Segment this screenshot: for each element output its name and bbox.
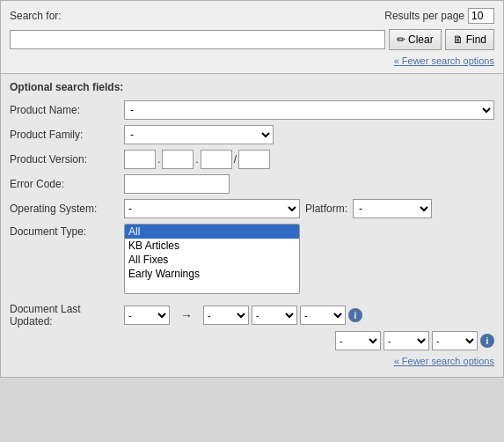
date-row2-2-select[interactable]: - bbox=[383, 331, 429, 350]
pencil-icon: ✏ bbox=[397, 33, 405, 46]
second-date-row: - - - i bbox=[10, 331, 494, 350]
product-name-label: Product Name: bbox=[10, 104, 124, 116]
platform-select[interactable]: - bbox=[353, 199, 432, 218]
version-v3[interactable] bbox=[201, 150, 232, 169]
doc-type-label: Document Type: bbox=[10, 224, 124, 238]
date-to-3-select[interactable]: - bbox=[300, 306, 346, 325]
fewer-options-bottom[interactable]: « Fewer search options bbox=[10, 356, 494, 366]
product-family-row: Product Family: - bbox=[10, 125, 494, 144]
doc-type-control: All KB Articles All Fixes Early Warnings bbox=[124, 224, 494, 294]
search-input[interactable] bbox=[10, 30, 385, 49]
document-icon: 🗎 bbox=[453, 33, 464, 46]
product-family-control: - bbox=[124, 125, 494, 144]
date-row2-selects: - - - i bbox=[335, 331, 494, 350]
os-select[interactable]: - bbox=[124, 199, 300, 218]
version-v4[interactable] bbox=[238, 150, 270, 169]
os-label: Operating System: bbox=[10, 203, 124, 215]
version-sep-1: . bbox=[157, 153, 160, 166]
date-to-1-select[interactable]: - bbox=[203, 306, 249, 325]
top-section: Search for: Results per page ✏ Clear 🗎 F… bbox=[0, 0, 504, 74]
error-code-input[interactable] bbox=[124, 174, 230, 194]
results-per-page: Results per page bbox=[384, 8, 494, 24]
product-version-row: Product Version: . . / bbox=[10, 150, 494, 169]
product-name-select[interactable]: - bbox=[124, 100, 494, 120]
arrow-symbol: → bbox=[180, 308, 193, 322]
product-family-select[interactable]: - bbox=[124, 125, 274, 144]
error-code-label: Error Code: bbox=[10, 178, 124, 190]
product-version-control: . . / bbox=[124, 150, 494, 169]
optional-header: Optional search fields: bbox=[10, 81, 494, 93]
version-sep-2: . bbox=[195, 153, 198, 166]
optional-section: Optional search fields: Product Name: - … bbox=[0, 74, 504, 378]
info-icon-2[interactable]: i bbox=[480, 334, 494, 348]
top-row: Search for: Results per page bbox=[10, 8, 494, 24]
date-to-selects: - - - i bbox=[203, 306, 362, 325]
fewer-options-top[interactable]: « Fewer search options bbox=[10, 55, 494, 66]
date-row2-3-select[interactable]: - bbox=[432, 331, 478, 350]
product-version-label: Product Version: bbox=[10, 153, 124, 166]
doc-last-updated-label: Document Last Updated: bbox=[10, 303, 124, 328]
date-from-select[interactable]: - bbox=[124, 306, 170, 325]
search-row: ✏ Clear 🗎 Find bbox=[10, 29, 494, 50]
doc-last-updated-row: Document Last Updated: - → - - - i bbox=[10, 303, 494, 328]
os-row: Operating System: - Platform: - bbox=[10, 199, 494, 218]
doc-last-updated-control: - → - - - i bbox=[124, 306, 494, 325]
info-icon-1[interactable]: i bbox=[348, 308, 362, 322]
date-row2-1-select[interactable]: - bbox=[335, 331, 381, 350]
find-button[interactable]: 🗎 Find bbox=[445, 29, 494, 50]
search-for-label: Search for: bbox=[10, 10, 62, 22]
version-sep-3: / bbox=[234, 153, 237, 166]
version-v2[interactable] bbox=[162, 150, 194, 169]
product-family-label: Product Family: bbox=[10, 129, 124, 141]
results-per-page-input[interactable] bbox=[468, 8, 494, 24]
error-code-row: Error Code: bbox=[10, 174, 494, 194]
product-name-control: - bbox=[124, 100, 494, 120]
clear-button[interactable]: ✏ Clear bbox=[389, 29, 442, 50]
date-to-2-select[interactable]: - bbox=[252, 306, 297, 325]
results-per-page-label: Results per page bbox=[384, 10, 464, 22]
error-code-control bbox=[124, 174, 494, 194]
product-name-row: Product Name: - bbox=[10, 100, 494, 120]
doc-type-listbox[interactable]: All KB Articles All Fixes Early Warnings bbox=[124, 224, 300, 294]
platform-label: Platform: bbox=[305, 203, 347, 215]
version-v1[interactable] bbox=[124, 150, 156, 169]
os-control: - Platform: - bbox=[124, 199, 494, 218]
doc-type-row: Document Type: All KB Articles All Fixes… bbox=[10, 224, 494, 294]
